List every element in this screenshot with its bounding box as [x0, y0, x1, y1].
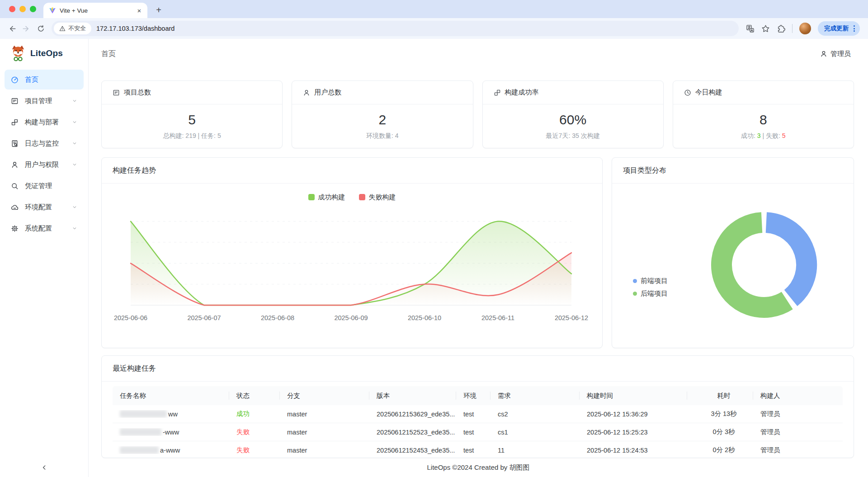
forward-button[interactable] [19, 21, 33, 36]
builder-cell: 管理员 [753, 446, 843, 454]
vite-favicon-icon [49, 7, 56, 14]
table-column-header: 环境 [456, 392, 491, 400]
env-cell: test [456, 429, 491, 436]
chevron-down-icon [72, 140, 77, 147]
stat-card-title: 用户总数 [292, 81, 472, 104]
security-label: 不安全 [68, 24, 86, 33]
build-time-cell: 2025-06-12 15:36:29 [580, 411, 687, 418]
stats-row: 项目总数5总构建: 219 | 任务: 5用户总数2环境数量: 4构建成功率60… [101, 80, 854, 148]
profile-avatar[interactable] [799, 23, 811, 34]
donut-chart[interactable] [612, 184, 854, 348]
chevron-down-icon [72, 203, 77, 211]
stat-value: 5 [102, 111, 282, 128]
sidebar-item-label: 系统配置 [25, 224, 52, 233]
dashboard-content: 项目总数5总构建: 219 | 任务: 5用户总数2环境数量: 4构建成功率60… [89, 69, 868, 458]
sidebar-item-system[interactable]: 系统配置 [5, 218, 84, 238]
update-label: 完成更新 [824, 24, 849, 33]
builder-cell: 管理员 [753, 410, 843, 418]
table-row[interactable]: -www失败master20250612152523_ede35...testc… [113, 423, 843, 441]
tab-title: Vite + Vue [60, 7, 131, 14]
sidebar: LiteOps 首页项目管理构建与部署日志与监控用户与权限凭证管理环境配置系统配… [0, 39, 89, 477]
task-name-cell: a-www [113, 446, 229, 454]
environment-icon [11, 203, 19, 211]
table-row[interactable]: ww成功master20250612153629_ede35...testcs2… [113, 405, 843, 423]
pie-card-title: 项目类型分布 [612, 158, 854, 184]
branch-cell: master [280, 429, 369, 436]
reload-button[interactable] [33, 21, 48, 36]
trend-card-title: 构建任务趋势 [102, 158, 602, 184]
recent-builds-card: 最近构建任务 任务名称状态分支版本环境需求构建时间耗时构建人 ww成功maste… [101, 355, 854, 458]
tab-close-icon[interactable]: × [135, 6, 144, 15]
chrome-update-button[interactable]: 完成更新 [818, 21, 860, 36]
user-icon [820, 50, 827, 57]
address-bar[interactable]: 不安全 172.17.103.173/dashboard [52, 21, 739, 36]
table-body: ww成功master20250612153629_ede35...testcs2… [113, 405, 843, 458]
app-logo[interactable]: LiteOps [0, 39, 88, 68]
trend-line-chart[interactable]: 2025-06-062025-06-072025-06-082025-06-09… [102, 208, 602, 340]
dashboard-icon [11, 76, 19, 84]
sidebar-collapse-button[interactable] [41, 464, 47, 472]
sidebar-item-credentials[interactable]: 凭证管理 [5, 176, 84, 196]
fullscreen-window-button[interactable] [30, 6, 36, 12]
stat-subtext: 环境数量: 4 [292, 132, 472, 140]
window-controls [9, 6, 36, 12]
clock-icon [684, 89, 691, 96]
page-header: 首页 管理员 [89, 39, 868, 69]
project-icon [113, 89, 120, 96]
sidebar-item-label: 日志与监控 [25, 139, 59, 148]
minimize-window-button[interactable] [19, 6, 26, 12]
new-tab-button[interactable]: + [153, 5, 165, 15]
user-menu[interactable]: 管理员 [820, 50, 851, 58]
stat-subtext: 最近7天: 35 次构建 [483, 132, 663, 140]
sidebar-item-label: 环境配置 [25, 203, 52, 212]
legend-item[interactable]: 失败构建 [359, 193, 396, 202]
legend-item[interactable]: 成功构建 [308, 193, 345, 202]
warning-icon [59, 25, 66, 32]
legend-item[interactable]: 前端项目 [633, 277, 668, 285]
chevron-down-icon [72, 118, 77, 126]
stat-card-projects: 项目总数5总构建: 219 | 任务: 5 [101, 80, 283, 148]
chevron-down-icon [72, 97, 77, 105]
more-menu-icon[interactable] [854, 25, 855, 32]
env-cell: test [456, 447, 491, 454]
sidebar-item-environment[interactable]: 环境配置 [5, 197, 84, 217]
svg-text:2025-06-07: 2025-06-07 [187, 314, 221, 321]
stat-card-body: 5总构建: 219 | 任务: 5 [102, 104, 282, 140]
credentials-icon [11, 182, 19, 190]
site-security-chip[interactable]: 不安全 [54, 23, 91, 34]
branch-cell: master [280, 411, 369, 418]
red-panda-logo-icon [9, 44, 27, 62]
svg-text:2025-06-11: 2025-06-11 [481, 314, 514, 321]
close-window-button[interactable] [9, 6, 15, 12]
page-footer: LiteOps ©2024 Created by 胡图图 [89, 458, 868, 477]
sidebar-item-users-permissions[interactable]: 用户与权限 [5, 155, 84, 175]
translate-icon[interactable] [746, 24, 755, 33]
sidebar-item-projects[interactable]: 项目管理 [5, 91, 84, 111]
settings-icon [11, 225, 19, 232]
sidebar-item-logs-monitor[interactable]: 日志与监控 [5, 133, 84, 153]
stat-card-today-builds: 今日构建8成功: 3 | 失败: 5 [673, 80, 854, 148]
tab-strip: Vite + Vue × + [0, 0, 868, 18]
legend-item[interactable]: 后端项目 [633, 289, 668, 298]
requirement-cell: cs1 [491, 429, 580, 436]
stat-subtext: 成功: 3 | 失败: 5 [673, 132, 854, 140]
table-column-header: 构建人 [753, 392, 843, 400]
browser-tab[interactable]: Vite + Vue × [43, 3, 147, 18]
extensions-icon[interactable] [777, 24, 785, 33]
stat-subtext: 总构建: 219 | 任务: 5 [102, 132, 282, 140]
back-button[interactable] [5, 21, 19, 36]
bookmark-star-icon[interactable] [761, 24, 770, 33]
table-column-header: 耗时 [687, 392, 753, 400]
url-text[interactable]: 172.17.103.173/dashboard [96, 25, 175, 32]
sidebar-item-home[interactable]: 首页 [5, 70, 84, 90]
stat-card-body: 60%最近7天: 35 次构建 [483, 104, 663, 140]
build-time-cell: 2025-06-12 15:24:53 [580, 447, 687, 454]
svg-text:2025-06-06: 2025-06-06 [114, 314, 147, 321]
duration-cell: 3分 13秒 [687, 410, 753, 418]
sidebar-item-build-deploy[interactable]: 构建与部署 [5, 112, 84, 132]
stat-card-users: 用户总数2环境数量: 4 [292, 80, 473, 148]
table-row[interactable]: a-www失败master20250612152453_ede35...test… [113, 441, 843, 458]
svg-text:2025-06-08: 2025-06-08 [261, 314, 294, 321]
footer-text: LiteOps ©2024 Created by 胡图图 [427, 463, 530, 472]
sidebar-item-label: 构建与部署 [25, 118, 59, 127]
